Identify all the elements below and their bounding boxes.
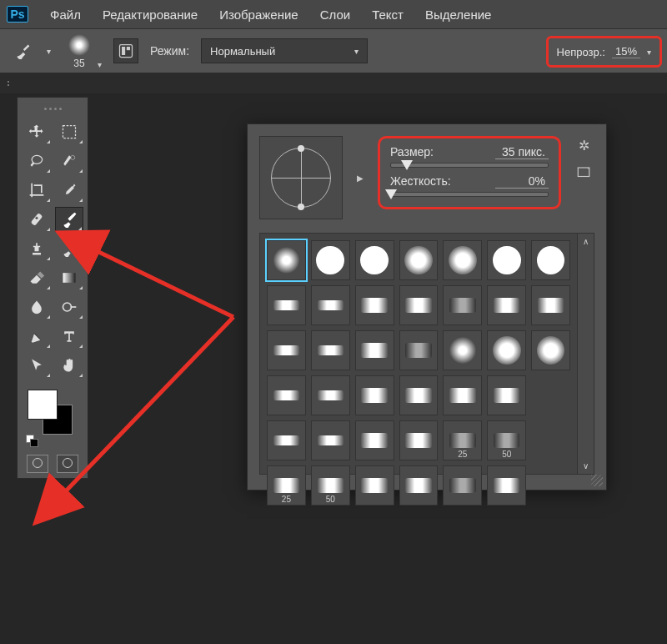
default-colors-icon[interactable] [26, 435, 39, 448]
brush-preset[interactable] [487, 330, 526, 370]
move-tool[interactable] [23, 119, 51, 144]
brush-preset[interactable] [311, 375, 350, 415]
quickmask-mode-button[interactable] [57, 455, 78, 473]
brush-size-number: 35 [73, 58, 84, 69]
scroll-down-icon[interactable]: ∨ [583, 461, 589, 470]
brush-preset[interactable]: 25 [267, 465, 306, 506]
hardness-slider[interactable] [390, 192, 549, 197]
eyedropper-tool[interactable] [55, 178, 83, 203]
lasso-tool[interactable] [23, 148, 51, 174]
toolbox-grip[interactable] [23, 103, 83, 114]
brush-preset[interactable] [311, 330, 350, 370]
brush-preset[interactable] [531, 285, 570, 325]
healing-brush-tool[interactable] [23, 207, 51, 232]
brush-panel-toggle[interactable] [113, 38, 138, 63]
brush-preset[interactable] [531, 330, 570, 370]
brush-preset[interactable] [487, 465, 526, 506]
new-preset-icon[interactable] [576, 165, 591, 184]
brush-preset[interactable] [443, 330, 482, 370]
menu-file[interactable]: Файл [50, 8, 81, 22]
brush-preset[interactable] [355, 285, 394, 325]
brush-preset[interactable] [487, 240, 526, 280]
brush-preset[interactable] [355, 420, 394, 460]
scroll-up-icon[interactable]: ∧ [583, 237, 589, 246]
brush-preset[interactable] [399, 465, 439, 506]
size-slider[interactable] [390, 163, 549, 168]
type-tool[interactable] [55, 324, 83, 349]
brush-preset[interactable] [399, 375, 439, 415]
tool-preset-picker[interactable] [10, 38, 35, 63]
brush-preset[interactable] [443, 240, 482, 280]
brush-tool[interactable] [55, 207, 83, 232]
brush-preset[interactable] [399, 285, 439, 325]
menu-edit[interactable]: Редактирование [103, 8, 198, 22]
pen-tool[interactable] [23, 324, 51, 349]
brush-preset[interactable]: 50 [311, 465, 350, 506]
brush-sliders-highlight: Размер: 35 пикс. Жесткость: 0% [378, 136, 561, 209]
size-value[interactable]: 35 пикс. [495, 145, 549, 159]
chevron-down-icon[interactable]: ▾ [647, 48, 651, 57]
brush-preset[interactable] [355, 330, 394, 370]
svg-rect-8 [71, 306, 77, 308]
panel-menu-icon[interactable]: ✲ [579, 138, 589, 153]
standard-mode-button[interactable] [27, 455, 48, 473]
crop-tool[interactable] [23, 178, 51, 203]
eraser-tool[interactable] [23, 265, 51, 290]
chevron-down-icon[interactable]: ▾ [98, 60, 102, 69]
blend-mode-value: Нормальный [210, 45, 275, 58]
brush-preset[interactable] [311, 240, 350, 280]
flip-arrow-icon[interactable]: ▶ [354, 174, 366, 183]
brush-preset[interactable] [399, 330, 439, 370]
chevron-down-icon[interactable]: ▾ [47, 47, 51, 56]
menu-text[interactable]: Текст [372, 8, 404, 22]
brush-preset[interactable] [267, 375, 306, 415]
svg-rect-1 [122, 47, 125, 55]
panel-resize-grip[interactable] [591, 475, 603, 486]
clone-stamp-tool[interactable] [23, 236, 51, 261]
opacity-value[interactable]: 15% [612, 45, 640, 58]
brush-preset [531, 375, 570, 415]
rect-marquee-tool[interactable] [55, 119, 83, 144]
brush-preset[interactable] [399, 240, 439, 280]
brush-preset[interactable] [531, 240, 570, 280]
brush-preset[interactable]: 50 [487, 420, 526, 460]
svg-rect-3 [63, 126, 76, 138]
brush-preset[interactable] [487, 375, 526, 415]
hand-tool[interactable] [55, 353, 83, 378]
brush-preset[interactable] [487, 285, 526, 325]
brush-preset[interactable] [311, 420, 350, 460]
ps-logo: Ps [7, 6, 28, 23]
brush-preset[interactable] [443, 465, 482, 506]
hardness-value[interactable]: 0% [495, 174, 549, 189]
menu-image[interactable]: Изображение [219, 8, 298, 22]
gradient-tool[interactable] [55, 265, 83, 290]
dodge-tool[interactable] [55, 294, 83, 319]
brush-angle-control[interactable] [259, 136, 343, 219]
brush-preset[interactable] [443, 375, 482, 415]
preset-scrollbar[interactable]: ∧ ∨ [577, 234, 594, 474]
menu-layers[interactable]: Слои [320, 8, 350, 22]
svg-rect-9 [578, 168, 589, 177]
brush-preset[interactable] [267, 285, 306, 325]
brush-preset-picker[interactable]: 35 ▾ [63, 33, 102, 69]
brush-preset[interactable] [267, 420, 306, 460]
brush-preset[interactable] [355, 240, 394, 280]
brush-preset[interactable] [443, 285, 482, 325]
blur-tool[interactable] [23, 294, 51, 319]
svg-rect-6 [63, 273, 76, 283]
brush-preset[interactable] [355, 465, 394, 506]
brush-preset[interactable] [311, 285, 350, 325]
opacity-control[interactable]: Непрозр.: 15% ▾ [546, 36, 662, 68]
brush-preset[interactable] [267, 330, 306, 370]
brush-preset[interactable]: 25 [443, 420, 482, 460]
brush-preset[interactable] [267, 240, 306, 280]
path-select-tool[interactable] [23, 353, 51, 378]
history-brush-tool[interactable] [55, 236, 83, 261]
brush-preset[interactable] [399, 420, 439, 460]
blend-mode-select[interactable]: Нормальный ▾ [201, 38, 368, 63]
menu-select[interactable]: Выделение [425, 8, 491, 22]
panel-handle[interactable] [0, 73, 17, 93]
brush-preset[interactable] [355, 375, 394, 415]
quick-select-tool[interactable] [55, 148, 83, 174]
foreground-color[interactable] [28, 390, 58, 420]
